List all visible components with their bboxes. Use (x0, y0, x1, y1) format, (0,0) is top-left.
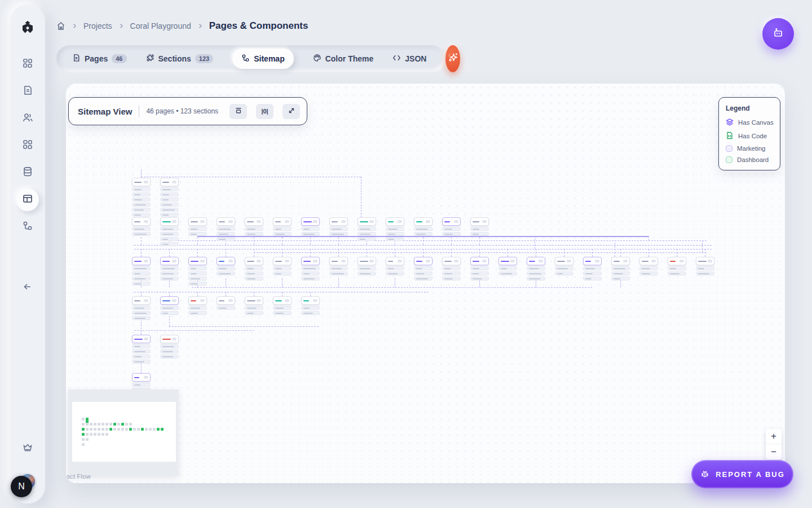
section-chip[interactable] (160, 227, 179, 231)
section-chip[interactable] (358, 271, 376, 275)
section-chip[interactable] (527, 266, 545, 270)
sitemap-node-header[interactable] (386, 257, 404, 265)
sidebar-item-components[interactable] (16, 134, 39, 157)
section-chip[interactable] (611, 277, 630, 281)
section-chip[interactable] (442, 232, 461, 236)
sitemap-node[interactable] (301, 217, 320, 236)
sitemap-node-header[interactable] (160, 178, 179, 186)
section-chip[interactable] (611, 271, 630, 275)
section-chip[interactable] (245, 311, 263, 315)
section-chip[interactable] (301, 266, 320, 270)
section-chip[interactable] (217, 237, 235, 241)
section-chip[interactable] (132, 232, 151, 236)
sitemap-node[interactable] (132, 217, 151, 236)
section-chip[interactable] (527, 277, 545, 281)
sitemap-node[interactable] (132, 257, 151, 286)
sitemap-node[interactable] (358, 257, 376, 275)
section-chip[interactable] (217, 271, 235, 275)
section-chip[interactable] (414, 271, 433, 275)
section-chip[interactable] (329, 227, 348, 231)
section-chip[interactable] (668, 271, 686, 275)
sitemap-node[interactable] (668, 257, 686, 275)
section-chip[interactable] (555, 266, 573, 270)
breadcrumb-project-name[interactable]: Coral Playground (130, 21, 191, 30)
section-chip[interactable] (470, 271, 489, 275)
sitemap-node[interactable] (188, 296, 207, 315)
section-chip[interactable] (442, 227, 461, 231)
sitemap-node-header[interactable] (217, 217, 235, 226)
sitemap-node-header[interactable] (611, 257, 630, 265)
section-chip[interactable] (386, 271, 404, 275)
section-chip[interactable] (273, 306, 292, 310)
section-chip[interactable] (273, 232, 292, 236)
sitemap-node-header[interactable] (301, 257, 320, 265)
sitemap-node[interactable] (611, 257, 630, 281)
section-chip[interactable] (132, 198, 151, 202)
sitemap-node-header[interactable] (188, 217, 207, 226)
section-chip[interactable] (386, 237, 404, 241)
section-chip[interactable] (414, 266, 433, 270)
sitemap-node-header[interactable] (639, 257, 658, 265)
sitemap-node[interactable] (414, 257, 433, 281)
section-chip[interactable] (696, 266, 714, 270)
section-chip[interactable] (414, 227, 433, 231)
sitemap-node-header[interactable] (414, 217, 433, 226)
sitemap-node-header[interactable] (188, 296, 207, 305)
section-chip[interactable] (160, 232, 179, 236)
sitemap-node-header[interactable] (358, 217, 376, 226)
notification-badge[interactable]: N (11, 476, 32, 497)
section-chip[interactable] (386, 232, 404, 236)
tab-color-theme[interactable]: Color Theme (313, 54, 374, 64)
section-chip[interactable] (639, 271, 658, 275)
section-chip[interactable] (442, 266, 461, 270)
sitemap-node[interactable] (329, 257, 348, 275)
section-chip[interactable] (188, 282, 207, 286)
app-logo-icon[interactable] (19, 19, 37, 37)
section-chip[interactable] (132, 383, 151, 387)
sitemap-node-header[interactable] (132, 178, 151, 186)
section-chip[interactable] (160, 192, 179, 196)
sitemap-node[interactable] (245, 257, 263, 281)
section-chip[interactable] (668, 266, 686, 270)
section-chip[interactable] (245, 232, 263, 236)
section-chip[interactable] (188, 271, 207, 275)
sitemap-node-header[interactable] (132, 373, 151, 382)
section-chip[interactable] (132, 349, 151, 353)
sidebar-item-team[interactable] (16, 107, 39, 130)
section-chip[interactable] (301, 306, 320, 310)
sitemap-node[interactable] (217, 257, 235, 275)
section-chip[interactable] (217, 266, 235, 270)
section-chip[interactable] (583, 266, 602, 270)
section-chip[interactable] (329, 232, 348, 236)
sitemap-node-header[interactable] (583, 257, 602, 265)
section-chip[interactable] (386, 266, 404, 270)
sitemap-node-header[interactable] (160, 335, 179, 343)
sitemap-node[interactable] (386, 217, 404, 241)
sitemap-node[interactable] (555, 257, 573, 275)
section-chip[interactable] (160, 198, 179, 202)
section-chip[interactable] (132, 360, 151, 364)
sitemap-node[interactable] (442, 217, 461, 236)
tab-sitemap[interactable]: Sitemap (232, 49, 293, 69)
section-chip[interactable] (358, 237, 376, 241)
sitemap-node[interactable] (160, 296, 179, 315)
sitemap-node-header[interactable] (555, 257, 573, 265)
sitemap-node-header[interactable] (273, 257, 292, 265)
sitemap-node-header[interactable] (273, 296, 292, 305)
section-chip[interactable] (245, 266, 263, 270)
sitemap-node-header[interactable] (329, 217, 348, 226)
section-chip[interactable] (555, 271, 573, 275)
sitemap-node[interactable] (470, 257, 489, 281)
sitemap-node[interactable] (301, 257, 320, 281)
sitemap-node[interactable] (527, 257, 545, 281)
section-chip[interactable] (301, 277, 320, 281)
section-chip[interactable] (358, 227, 376, 231)
sitemap-node[interactable] (329, 217, 348, 236)
tab-json[interactable]: JSON (392, 54, 426, 64)
sitemap-node[interactable] (188, 217, 207, 236)
section-chip[interactable] (358, 232, 376, 236)
section-chip[interactable] (188, 227, 207, 231)
section-chip[interactable] (132, 271, 151, 275)
sitemap-node-header[interactable] (217, 296, 235, 305)
section-chip[interactable] (583, 277, 602, 281)
